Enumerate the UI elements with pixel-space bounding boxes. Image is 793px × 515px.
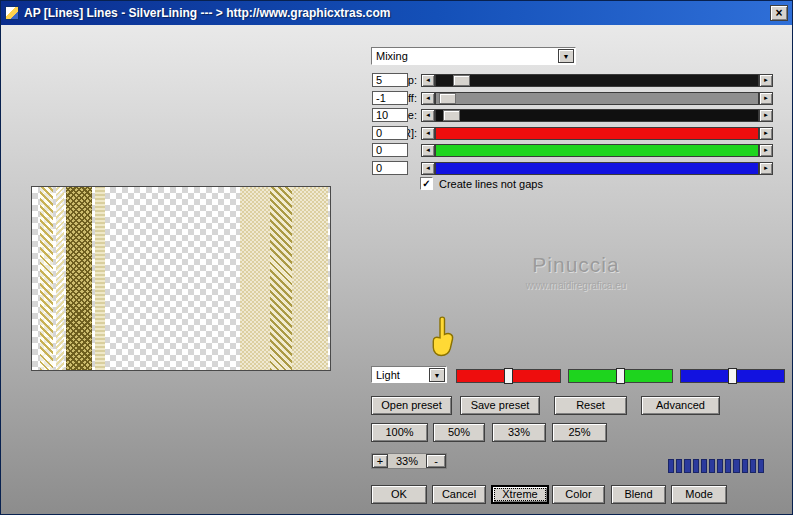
watermark: Pinuccia www.maidiregrafica.eu [441, 253, 711, 291]
app-icon [5, 6, 19, 20]
gap-slider-row: Gap: ◄ ► [369, 74, 773, 87]
cutoff-value-field[interactable]: -1 [372, 91, 408, 105]
pattern-band [270, 187, 292, 370]
mixing-dropdown[interactable]: Mixing ▼ [371, 47, 576, 65]
zoom-25-button[interactable]: 25% [552, 423, 607, 442]
titlebar[interactable]: AP [Lines] Lines - SilverLining --- > ht… [1, 1, 792, 25]
line-value-field[interactable]: 10 [372, 108, 408, 122]
line-slider-handle[interactable] [443, 110, 460, 121]
line-slider-row: Line: ◄ ► [369, 109, 773, 122]
arrow-right-icon[interactable]: ► [759, 74, 773, 87]
cancel-button[interactable]: Cancel [432, 485, 486, 504]
progress-segment [701, 459, 707, 473]
progress-segment [733, 459, 739, 473]
save-preset-button[interactable]: Save preset [460, 396, 540, 415]
pointing-hand-icon [429, 316, 455, 358]
arrow-left-icon[interactable]: ◄ [421, 127, 435, 140]
mode-button[interactable]: Mode [671, 485, 727, 504]
color-b-slider-row: ◄ ► [369, 162, 773, 175]
progress-segment [693, 459, 699, 473]
arrow-left-icon[interactable]: ◄ [421, 144, 435, 157]
progress-segment [676, 459, 682, 473]
xtreme-button[interactable]: Xtreme [491, 485, 549, 504]
preview-image[interactable] [31, 186, 331, 371]
zoom-stepper: + 33% - [371, 453, 447, 469]
blend-button[interactable]: Blend [611, 485, 666, 504]
zoom-100-button[interactable]: 100% [371, 423, 428, 442]
progress-segment [717, 459, 723, 473]
color-button[interactable]: Color [552, 485, 605, 504]
color-b-slider[interactable] [435, 162, 759, 175]
pattern-band [56, 187, 64, 370]
watermark-site: www.maidiregrafica.eu [441, 280, 711, 291]
progress-segment [668, 459, 674, 473]
arrow-right-icon[interactable]: ► [759, 92, 773, 105]
zoom-level: 33% [388, 454, 426, 468]
progress-segment [750, 459, 756, 473]
cutoff-slider[interactable] [435, 92, 759, 105]
color-r-slider-row: Color[R]: ◄ ► [369, 127, 773, 140]
arrow-left-icon[interactable]: ◄ [421, 92, 435, 105]
red-fine-slider[interactable] [456, 369, 561, 383]
create-lines-checkbox[interactable]: ✓ [420, 177, 433, 190]
arrow-left-icon[interactable]: ◄ [421, 74, 435, 87]
progress-segment [725, 459, 731, 473]
progress-bar [668, 459, 764, 473]
zoom-33-button[interactable]: 33% [492, 423, 546, 442]
green-fine-slider-handle[interactable] [616, 368, 625, 384]
arrow-left-icon[interactable]: ◄ [421, 162, 435, 175]
color-b-value-field[interactable]: 0 [372, 161, 408, 175]
close-button[interactable]: × [770, 5, 788, 21]
zoom-out-button[interactable]: - [426, 454, 446, 468]
line-slider[interactable] [435, 109, 759, 122]
cutoff-slider-row: Cutoff: ◄ ► [369, 92, 773, 105]
window-title: AP [Lines] Lines - SilverLining --- > ht… [24, 6, 770, 20]
zoom-50-button[interactable]: 50% [433, 423, 485, 442]
create-lines-label: Create lines not gaps [439, 178, 543, 190]
ok-button[interactable]: OK [371, 485, 427, 504]
pattern-band [66, 187, 92, 370]
red-fine-slider-handle[interactable] [504, 368, 513, 384]
pattern-band [40, 187, 53, 370]
cutoff-slider-handle[interactable] [439, 93, 456, 104]
arrow-left-icon[interactable]: ◄ [421, 109, 435, 122]
color-r-value-field[interactable]: 0 [372, 126, 408, 140]
color-g-slider[interactable] [435, 144, 759, 157]
light-dropdown[interactable]: Light ▼ [371, 366, 447, 383]
gap-slider-handle[interactable] [453, 75, 470, 86]
color-g-value-field[interactable]: 0 [372, 143, 408, 157]
green-fine-slider[interactable] [568, 369, 673, 383]
plugin-window: AP [Lines] Lines - SilverLining --- > ht… [0, 0, 793, 515]
zoom-in-button[interactable]: + [372, 454, 388, 468]
progress-segment [758, 459, 764, 473]
create-lines-option[interactable]: ✓ Create lines not gaps [420, 177, 543, 190]
chevron-down-icon[interactable]: ▼ [558, 49, 574, 63]
gap-slider[interactable] [435, 74, 759, 87]
watermark-name: Pinuccia [441, 253, 711, 277]
dialog-body: Mixing ▼ Gap: ◄ ► 5 Cutoff: ◄ ► -1 Line:… [1, 25, 792, 515]
progress-segment [709, 459, 715, 473]
reset-button[interactable]: Reset [554, 396, 627, 415]
color-r-slider[interactable] [435, 127, 759, 140]
open-preset-button[interactable]: Open preset [371, 396, 452, 415]
arrow-right-icon[interactable]: ► [759, 162, 773, 175]
color-g-slider-row: ◄ ► [369, 144, 773, 157]
mixing-dropdown-value: Mixing [372, 50, 558, 62]
blue-fine-slider-handle[interactable] [728, 368, 737, 384]
blue-fine-slider[interactable] [680, 369, 785, 383]
progress-segment [742, 459, 748, 473]
arrow-right-icon[interactable]: ► [759, 127, 773, 140]
advanced-button[interactable]: Advanced [641, 396, 720, 415]
arrow-right-icon[interactable]: ► [759, 144, 773, 157]
gap-value-field[interactable]: 5 [372, 73, 408, 87]
light-dropdown-value: Light [372, 369, 429, 381]
pattern-band [95, 187, 105, 370]
progress-segment [684, 459, 690, 473]
arrow-right-icon[interactable]: ► [759, 109, 773, 122]
chevron-down-icon[interactable]: ▼ [429, 368, 445, 382]
